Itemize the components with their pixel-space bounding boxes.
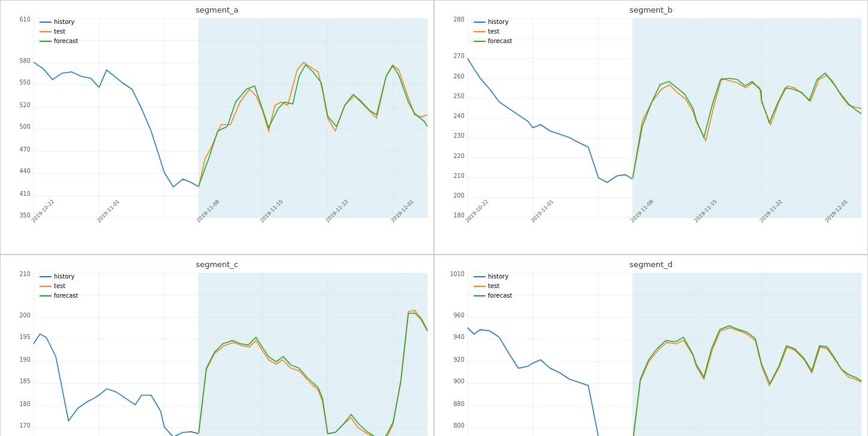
svg-text:880: 880	[454, 400, 465, 407]
svg-text:250: 250	[454, 93, 465, 99]
legend-c: history test forecast	[40, 272, 78, 301]
svg-text:470: 470	[20, 146, 31, 153]
legend-b: history test forecast	[474, 17, 512, 46]
svg-text:220: 220	[454, 153, 465, 159]
svg-text:580: 580	[20, 57, 31, 64]
svg-text:260: 260	[454, 73, 465, 80]
chart-svg-d: 1010 960 940 920 900 880 800 720 640 201…	[468, 273, 861, 437]
svg-text:270: 270	[454, 53, 465, 59]
svg-text:900: 900	[454, 378, 465, 384]
svg-text:610: 610	[20, 16, 31, 23]
chart-panel-c: segment_c history test forecast	[0, 255, 434, 437]
svg-text:500: 500	[20, 123, 31, 130]
svg-text:210: 210	[20, 271, 31, 277]
svg-text:550: 550	[20, 79, 31, 86]
charts-grid: segment_a history test forecast	[0, 0, 868, 436]
chart-title-c: segment_c	[1, 260, 433, 269]
svg-text:960: 960	[454, 311, 465, 318]
svg-text:350: 350	[20, 212, 31, 219]
svg-text:240: 240	[454, 113, 465, 119]
chart-panel-b: segment_b history test forecast	[434, 0, 868, 255]
svg-text:440: 440	[20, 168, 31, 174]
chart-panel-d: segment_d history test forecast	[434, 255, 868, 437]
chart-title-a: segment_a	[1, 5, 433, 14]
legend-a: history test forecast	[40, 17, 78, 46]
svg-text:185: 185	[20, 378, 31, 384]
svg-text:190: 190	[20, 356, 31, 362]
chart-title-d: segment_d	[435, 260, 867, 269]
svg-text:920: 920	[454, 356, 465, 362]
svg-text:180: 180	[20, 400, 31, 407]
chart-title-b: segment_b	[435, 5, 867, 14]
chart-panel-a: segment_a history test forecast	[0, 0, 434, 255]
svg-text:230: 230	[454, 132, 465, 139]
svg-text:800: 800	[454, 422, 465, 429]
svg-text:170: 170	[20, 422, 31, 429]
svg-text:200: 200	[454, 192, 465, 199]
chart-svg-b: 280 270 260 250 240 230 220 210 200 180 …	[468, 19, 861, 218]
chart-svg-a: 610 580 550 520 500 470 440 410 350 2019…	[34, 19, 427, 218]
svg-text:195: 195	[20, 334, 31, 340]
svg-text:520: 520	[20, 102, 31, 108]
svg-text:1010: 1010	[450, 271, 464, 277]
svg-text:410: 410	[20, 190, 31, 197]
svg-text:200: 200	[20, 311, 31, 318]
svg-text:180: 180	[454, 212, 465, 219]
svg-text:280: 280	[454, 16, 465, 23]
legend-d: history test forecast	[474, 272, 512, 301]
svg-text:210: 210	[454, 172, 465, 179]
svg-text:940: 940	[454, 334, 465, 340]
chart-svg-c: 210 200 195 190 185 180 170 160 150 2019…	[34, 273, 427, 437]
